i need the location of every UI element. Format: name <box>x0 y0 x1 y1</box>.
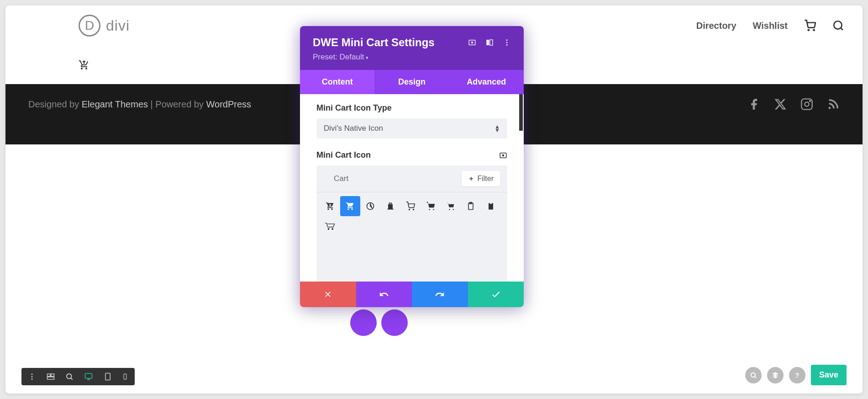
cancel-button[interactable] <box>300 282 356 307</box>
icon-option-cart-alt[interactable] <box>441 196 461 216</box>
icon-option-cart-plus[interactable] <box>320 196 340 216</box>
rss-icon[interactable] <box>827 98 840 111</box>
tab-design[interactable]: Design <box>374 70 449 94</box>
svg-point-33 <box>332 229 333 230</box>
svg-point-34 <box>32 373 33 375</box>
responsive-toggle-icon[interactable] <box>499 151 507 160</box>
builder-accent-circles <box>350 309 408 336</box>
svg-rect-11 <box>490 40 493 45</box>
icon-option-pie[interactable] <box>360 196 380 216</box>
svg-rect-39 <box>47 377 54 379</box>
svg-rect-47 <box>124 374 126 379</box>
builder-toolbar <box>21 368 135 385</box>
icon-picker: Cart Filter <box>316 165 507 282</box>
svg-point-2 <box>834 21 842 29</box>
save-button[interactable]: Save <box>811 365 847 385</box>
svg-point-16 <box>503 154 504 156</box>
redo-button[interactable] <box>412 282 468 307</box>
icon-option-cart-solid[interactable] <box>421 196 441 216</box>
instagram-icon[interactable] <box>800 98 813 111</box>
icon-option-cart-selected[interactable] <box>340 196 360 216</box>
zoom-icon[interactable] <box>65 372 74 381</box>
layers-button[interactable] <box>767 367 784 383</box>
svg-point-5 <box>805 102 809 106</box>
svg-point-25 <box>433 209 434 210</box>
icon-type-select[interactable]: Divi's Native Icon ▲▼ <box>316 118 507 138</box>
svg-point-49 <box>751 372 755 377</box>
help-button[interactable]: ? <box>789 367 805 383</box>
svg-rect-20 <box>388 204 393 209</box>
svg-point-12 <box>506 39 508 41</box>
footer-credits: Designed by Elegant Themes | Powered by … <box>28 99 251 110</box>
svg-line-50 <box>755 376 756 378</box>
nav-wishlist[interactable]: Wishlist <box>753 21 788 31</box>
modal-title: DWE Mini Cart Settings <box>313 36 435 49</box>
svg-point-24 <box>429 209 430 210</box>
wordpress-link[interactable]: WordPress <box>206 99 252 109</box>
svg-line-41 <box>71 378 73 380</box>
tab-advanced[interactable]: Advanced <box>449 70 524 94</box>
svg-rect-10 <box>486 40 489 45</box>
svg-line-3 <box>841 28 843 30</box>
menu-icon[interactable] <box>28 372 36 381</box>
svg-point-6 <box>810 101 810 101</box>
filter-button[interactable]: Filter <box>462 171 500 186</box>
search-history-button[interactable] <box>745 367 762 383</box>
icon-option-clipboard-solid[interactable] <box>481 196 501 216</box>
svg-rect-38 <box>51 374 54 376</box>
svg-point-14 <box>506 44 508 46</box>
facebook-icon[interactable] <box>747 98 760 111</box>
tablet-icon[interactable] <box>104 372 112 381</box>
svg-point-1 <box>814 30 815 31</box>
icon-option-cart-outline[interactable] <box>400 196 421 216</box>
scrollbar[interactable] <box>519 94 523 131</box>
wireframe-icon[interactable] <box>46 372 55 381</box>
phone-icon[interactable] <box>122 372 128 381</box>
svg-point-40 <box>67 374 72 379</box>
elegant-themes-link[interactable]: Elegant Themes <box>82 99 148 109</box>
svg-point-9 <box>472 42 473 43</box>
svg-rect-37 <box>47 374 51 376</box>
icon-option-cart-fast[interactable] <box>320 216 340 236</box>
preset-selector[interactable]: Preset: Default <box>313 53 511 62</box>
svg-rect-30 <box>489 203 493 209</box>
icon-option-clipboard-outline[interactable] <box>461 196 481 216</box>
tab-content[interactable]: Content <box>300 70 374 94</box>
icon-search-input[interactable]: Cart <box>324 174 462 183</box>
select-arrows-icon: ▲▼ <box>494 125 500 132</box>
logo-circle-icon: D <box>79 15 100 37</box>
svg-point-27 <box>453 209 454 210</box>
icon-label: Mini Cart Icon <box>316 150 507 160</box>
search-icon[interactable] <box>832 20 844 32</box>
svg-rect-42 <box>85 373 92 378</box>
responsive-icon[interactable] <box>468 38 476 47</box>
icon-option-luggage[interactable] <box>380 196 400 216</box>
svg-point-7 <box>829 107 831 109</box>
svg-point-0 <box>808 30 809 31</box>
settings-modal: DWE Mini Cart Settings Preset: Default C… <box>300 26 524 307</box>
x-twitter-icon[interactable] <box>774 98 787 111</box>
icon-type-label: Mini Cart Icon Type <box>316 103 507 113</box>
svg-point-35 <box>32 376 33 378</box>
svg-point-22 <box>409 209 410 210</box>
snap-icon[interactable] <box>485 38 494 47</box>
svg-point-23 <box>413 209 414 210</box>
desktop-icon[interactable] <box>84 372 94 381</box>
confirm-button[interactable] <box>468 282 524 307</box>
svg-point-13 <box>506 42 508 43</box>
nav-directory[interactable]: Directory <box>696 21 736 31</box>
site-logo[interactable]: D divi <box>79 15 130 37</box>
svg-rect-45 <box>105 373 110 380</box>
undo-button[interactable] <box>356 282 412 307</box>
more-icon[interactable] <box>503 38 511 47</box>
svg-point-36 <box>32 378 33 380</box>
cart-icon[interactable] <box>804 20 816 32</box>
svg-point-32 <box>328 229 329 230</box>
svg-rect-31 <box>490 202 492 204</box>
svg-point-26 <box>449 209 450 210</box>
logo-text: divi <box>106 17 130 34</box>
